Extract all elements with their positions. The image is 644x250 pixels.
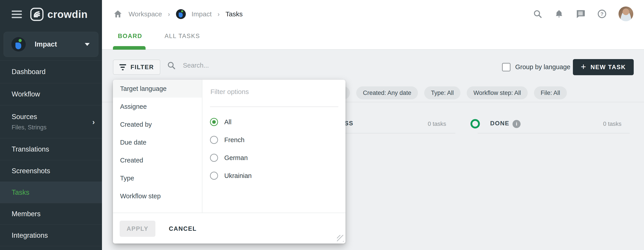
tab-bar: BOARD ALL TASKS [113,30,205,43]
crowdin-logo[interactable]: crowdin [30,8,88,21]
option-ukrainian[interactable]: Ukrainian [210,172,252,180]
filter-chips-row: Created: Any date Type: All Workflow ste… [323,86,567,99]
dropdown-footer: APPLY CANCEL [113,213,346,243]
caret-down-icon [85,43,90,46]
group-by-language-label[interactable]: Group by language [515,63,570,71]
filter-category-target-language[interactable]: Target language [113,80,202,98]
option-all[interactable]: All [210,118,232,126]
column-count-done: 0 tasks [603,120,622,127]
project-name: Impact [35,40,85,48]
main-area: Workspace › Impact › Tasks ? [102,0,644,250]
column-divider [478,133,630,133]
radio-icon[interactable] [210,154,218,162]
logo-text: crowdin [48,8,88,20]
active-tab-indicator [113,46,146,50]
search-icon [167,61,176,70]
help-icon[interactable]: ? [597,9,607,19]
sidebar-divider [0,246,102,250]
sidebar-nav: Dashboard Workflow Sources Files, String… [0,60,102,250]
apply-button[interactable]: APPLY [120,221,156,237]
home-icon[interactable] [113,9,123,19]
option-french[interactable]: French [210,136,244,144]
filter-icon [120,64,126,70]
filter-chip-type[interactable]: Type: All [424,86,460,99]
filter-category-assignee[interactable]: Assignee [113,98,202,115]
breadcrumb: Workspace › Impact › Tasks [113,6,242,22]
radio-icon[interactable] [210,172,218,180]
sidebar-item-sources[interactable]: Sources Files, Strings › [0,105,102,138]
tasks-search [167,61,276,70]
tab-all-tasks[interactable]: ALL TASKS [160,30,205,43]
breadcrumb-project[interactable]: Impact [192,10,212,18]
filter-category-workflow-step[interactable]: Workflow step [113,187,202,205]
top-icons: ? [533,5,633,22]
filter-chip-created[interactable]: Created: Any date [356,86,418,99]
crowdin-app: crowdin Impact Dashboard Workflow Source… [0,0,644,250]
sidebar-item-workflow[interactable]: Workflow [0,83,102,105]
chevron-right-icon: › [92,118,95,126]
option-german[interactable]: German [210,154,248,162]
new-task-button[interactable]: + NEW TASK [573,59,634,75]
sidebar-item-sources-sublabel: Files, Strings [12,124,102,131]
cancel-button[interactable]: CANCEL [164,221,201,237]
filter-category-due-date[interactable]: Due date [113,133,202,151]
search-input[interactable] [182,62,276,69]
chevron-right-icon: › [168,10,170,18]
sidebar-item-tasks[interactable]: Tasks [0,182,102,203]
project-avatar [12,37,26,52]
filter-category-created[interactable]: Created [113,151,202,169]
search-icon[interactable] [533,9,542,19]
sidebar-item-dashboard[interactable]: Dashboard [0,60,102,83]
input-underline [210,107,338,107]
filter-chip-workflow-step[interactable]: Workflow step: All [467,86,528,99]
sidebar-header: crowdin [0,0,102,29]
radio-selected-icon[interactable] [210,118,218,126]
breadcrumb-workspace[interactable]: Workspace [128,10,162,18]
filter-category-type[interactable]: Type [113,169,202,187]
top-header: Workspace › Impact › Tasks ? [102,0,644,50]
filter-options-input[interactable] [210,88,331,96]
done-circle-icon [470,119,480,128]
user-avatar[interactable] [618,7,633,21]
filter-options-panel: All French German Ukrainian [203,80,346,213]
plus-icon: + [581,62,586,71]
column-title-done: DONE [490,120,510,127]
column-count-in-progress: 0 tasks [428,120,446,127]
filter-button[interactable]: FILTER [113,60,160,75]
filter-category-created-by[interactable]: Created by [113,115,202,133]
sidebar-item-screenshots[interactable]: Screenshots [0,160,102,182]
group-by-language-checkbox[interactable] [502,63,510,71]
chevron-right-icon: › [218,10,220,18]
sidebar-item-integrations[interactable]: Integrations [0,224,102,246]
tab-board[interactable]: BOARD [113,30,147,43]
breadcrumb-current: Tasks [226,10,243,18]
info-icon[interactable]: i [512,120,520,128]
filter-category-list: Target language Assignee Created by Due … [113,80,202,213]
messages-chat-icon[interactable] [576,9,586,19]
svg-text:?: ? [600,11,604,17]
breadcrumb-project-avatar [176,9,186,19]
sidebar-item-translations[interactable]: Translations [0,138,102,160]
filter-dropdown: Target language Assignee Created by Due … [113,80,346,243]
hamburger-menu-icon[interactable] [12,11,22,18]
sidebar-item-members[interactable]: Members [0,203,102,224]
notifications-bell-icon[interactable] [554,9,564,19]
sidebar: crowdin Impact Dashboard Workflow Source… [0,0,102,250]
resize-handle[interactable] [337,235,344,242]
filter-chip-file[interactable]: File: All [534,86,567,99]
radio-icon[interactable] [210,136,218,144]
crowdin-logo-icon [30,8,44,21]
project-selector[interactable]: Impact [4,32,98,57]
